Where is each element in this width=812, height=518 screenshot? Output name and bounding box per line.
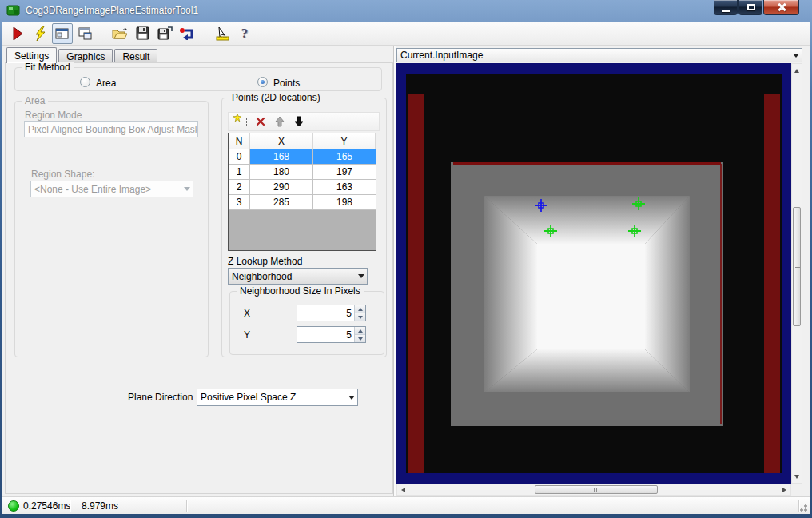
scroll-right-button[interactable] <box>779 484 790 495</box>
scroll-down-button[interactable] <box>792 471 802 483</box>
status-run-time: 8.979ms <box>82 500 118 512</box>
triangle-down-icon <box>794 475 799 481</box>
image-source-select[interactable]: Current.InputImage <box>396 48 802 62</box>
triangle-left-icon <box>399 488 405 492</box>
pointer-tools-button[interactable] <box>212 23 233 44</box>
help-button[interactable]: ? <box>234 23 255 44</box>
status-process-time: 0.27546ms <box>23 500 70 512</box>
title-bar[interactable]: Cog3DRangeImagePlaneEstimatorTool1 <box>0 0 812 22</box>
point-marker-selected[interactable] <box>535 199 547 212</box>
image-pane-icon <box>55 27 70 40</box>
show-image-pane-button[interactable] <box>52 23 73 44</box>
tool-window: Cog3DRangeImagePlaneEstimatorTool1 <box>0 0 812 518</box>
save-as-icon <box>157 26 173 40</box>
reset-button[interactable] <box>177 23 197 44</box>
pointer-ruler-icon <box>214 26 230 41</box>
float-pane-icon <box>78 27 92 40</box>
triangle-up-icon <box>794 66 799 73</box>
chevron-down-icon <box>790 49 802 62</box>
status-ok-icon <box>8 500 19 512</box>
run-button[interactable] <box>7 23 28 44</box>
scroll-up-button[interactable] <box>792 64 802 76</box>
reset-icon <box>179 26 195 40</box>
image-display-panel: Current.InputImage <box>2 46 810 496</box>
float-image-pane-button[interactable] <box>74 23 95 44</box>
lightning-icon <box>34 26 46 41</box>
close-icon <box>777 3 786 11</box>
triangle-right-icon <box>782 488 789 492</box>
electric-run-button[interactable] <box>30 23 50 44</box>
vertical-scroll-thumb[interactable] <box>793 207 801 326</box>
save-as-button[interactable] <box>154 23 175 44</box>
open-file-button[interactable] <box>109 23 130 44</box>
window-title: Cog3DRangeImagePlaneEstimatorTool1 <box>26 5 198 16</box>
minimize-icon <box>722 10 730 12</box>
minimize-button[interactable] <box>714 0 738 15</box>
app-icon <box>6 4 21 17</box>
main-toolbar: ? <box>2 22 810 46</box>
point-marker[interactable] <box>628 225 641 237</box>
resize-grip[interactable] <box>797 501 808 512</box>
range-image-pyramid <box>451 162 723 426</box>
close-button[interactable] <box>763 0 799 15</box>
run-icon <box>11 26 24 41</box>
status-bar: 0.27546ms 8.979ms <box>2 496 810 514</box>
point-marker[interactable] <box>544 225 557 237</box>
vertical-scrollbar[interactable] <box>791 63 802 484</box>
tab-settings[interactable]: Settings <box>6 47 57 63</box>
save-button[interactable] <box>132 23 153 44</box>
horizontal-scroll-thumb[interactable] <box>535 485 658 494</box>
horizontal-scrollbar[interactable] <box>396 484 791 496</box>
help-icon: ? <box>241 26 249 42</box>
save-icon <box>136 26 149 40</box>
open-folder-icon <box>112 27 128 40</box>
range-image-red-band-left <box>408 94 424 473</box>
maximize-button[interactable] <box>738 0 762 15</box>
point-marker[interactable] <box>632 197 645 210</box>
maximize-icon <box>747 4 755 10</box>
range-image-red-band-right <box>764 94 780 473</box>
scroll-left-button[interactable] <box>397 484 408 495</box>
image-viewport[interactable] <box>396 63 791 484</box>
